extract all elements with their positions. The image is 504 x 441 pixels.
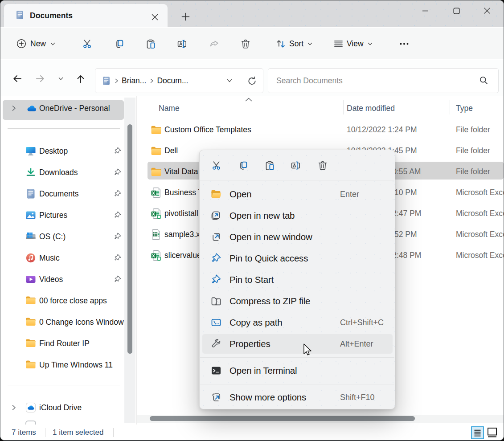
close-tab-button[interactable]	[148, 11, 161, 23]
menu-item-show-more-options[interactable]: Show more options Shift+F10	[200, 387, 395, 408]
breadcrumb-user[interactable]: Brian...	[122, 76, 146, 86]
column-separator[interactable]	[450, 100, 450, 114]
refresh-icon	[247, 76, 256, 86]
file-type: Microsoft Excel Worksheet	[456, 182, 504, 203]
sidebar-item-label: 0 Change Icons Window	[39, 311, 124, 333]
delete-button[interactable]	[235, 34, 255, 53]
mouse-cursor	[303, 343, 314, 358]
new-button[interactable]: New	[12, 34, 60, 53]
sidebar-scrollbar-thumb[interactable]	[127, 124, 132, 354]
sidebar-item-folder-find-router-ip[interactable]: Find Router IP	[0, 333, 124, 354]
menu-item-copy-as-path[interactable]: Copy as path Ctrl+Shift+C	[200, 312, 395, 333]
sidebar-item-videos[interactable]: Videos	[0, 269, 124, 290]
menu-item-label: Open in new window	[229, 226, 312, 248]
cut-button[interactable]	[77, 34, 97, 53]
share-button[interactable]	[204, 34, 224, 53]
sidebar-item-documents[interactable]: Documents	[0, 183, 124, 204]
rename-icon	[177, 39, 187, 49]
close-window-button[interactable]	[473, 0, 501, 21]
sidebar-item-pictures[interactable]: Pictures	[0, 204, 124, 226]
sidebar-item-label: 00 force close apps	[39, 290, 107, 311]
refresh-button[interactable]	[243, 73, 259, 89]
menu-item-label: Open	[229, 184, 251, 205]
menu-item-compress-to-zip[interactable]: Compress to ZIP file	[200, 290, 395, 312]
copy-button[interactable]	[109, 34, 128, 53]
menu-item-open-in-terminal[interactable]: Open in Terminal	[200, 360, 395, 381]
paste-button[interactable]	[140, 34, 160, 53]
delete-button[interactable]	[312, 155, 332, 176]
breadcrumb-chevron-icon	[111, 78, 122, 84]
sidebar-item-desktop[interactable]: Desktop	[0, 140, 124, 162]
sidebar-item-os-c[interactable]: OS (C:)	[0, 226, 124, 247]
thumbnail-view-button[interactable]	[487, 427, 497, 440]
tab-documents[interactable]: Documents	[4, 4, 168, 27]
status-separator	[113, 428, 114, 437]
menu-item-open-in-new-window[interactable]: Open in new window	[200, 226, 395, 248]
sidebar-item-onedrive[interactable]: OneDrive - Personal	[0, 98, 124, 119]
more-options-button[interactable]	[394, 34, 414, 53]
chevron-down-icon	[226, 78, 233, 84]
chevron-down-icon	[367, 41, 373, 47]
cut-button[interactable]	[206, 155, 226, 176]
menu-item-pin-to-start[interactable]: Pin to Start	[200, 269, 395, 290]
forward-button[interactable]	[32, 71, 49, 86]
column-header-type[interactable]: Type	[456, 100, 473, 116]
recent-locations-button[interactable]	[52, 71, 69, 86]
sidebar-item-icloud[interactable]: iCloud Drive	[0, 397, 124, 418]
menu-item-open-in-new-tab[interactable]: Open in new tab	[200, 205, 395, 226]
toolbar-separator	[264, 35, 264, 53]
horizontal-scrollbar-thumb[interactable]	[150, 416, 415, 421]
menu-item-open[interactable]: Open Enter	[200, 184, 395, 205]
sidebar-scrollbar[interactable]	[124, 98, 135, 423]
sidebar-item-folder-force-close-apps[interactable]: 00 force close apps	[0, 290, 124, 311]
navigation-bar: Brian... Docum...	[0, 60, 504, 96]
sort-button[interactable]: Sort	[271, 34, 317, 53]
document-icon	[15, 10, 25, 20]
details-view-button[interactable]	[471, 426, 484, 441]
sidebar-item-folder-change-icons[interactable]: 0 Change Icons Window	[0, 311, 124, 333]
menu-item-label: Pin to Quick access	[229, 248, 308, 269]
search-input[interactable]	[276, 69, 472, 93]
address-dropdown-button[interactable]	[221, 73, 238, 89]
copy-button[interactable]	[232, 155, 253, 176]
sidebar-divider	[8, 128, 120, 129]
view-button[interactable]: View	[329, 34, 377, 53]
rename-button[interactable]	[172, 34, 192, 53]
horizontal-scrollbar[interactable]	[137, 415, 504, 423]
file-row-custom-office-templates[interactable]: Custom Office Templates 10/12/2022 1:24 …	[137, 119, 504, 140]
file-name: Vital Data	[164, 161, 198, 182]
share-icon	[209, 39, 219, 49]
menu-item-properties[interactable]: Properties Alt+Enter	[200, 333, 395, 355]
maximize-button[interactable]	[442, 0, 471, 21]
paste-button[interactable]	[259, 155, 279, 176]
new-tab-button[interactable]	[178, 9, 193, 24]
sidebar-item-downloads[interactable]: Downloads	[0, 162, 124, 183]
sidebar-item-folder-up-time[interactable]: Up Time WIndows 11	[0, 354, 124, 376]
up-button[interactable]	[72, 71, 89, 86]
sidebar-item-label: Up Time WIndows 11	[39, 354, 113, 376]
maximize-icon	[453, 8, 460, 14]
breadcrumb-documents[interactable]: Docum...	[157, 76, 188, 86]
copy-icon	[114, 39, 124, 49]
navigation-pane: OneDrive - Personal Desktop Downloads Do…	[0, 96, 136, 425]
chevron-right-icon[interactable]	[10, 404, 17, 411]
column-separator[interactable]	[343, 100, 344, 114]
menu-item-label: Compress to ZIP file	[229, 290, 310, 312]
address-bar[interactable]: Brian... Docum...	[95, 68, 263, 93]
column-header-date-modified[interactable]: Date modified	[347, 100, 395, 116]
open-new-tab-icon	[211, 210, 221, 221]
ellipsis-icon	[399, 39, 409, 49]
menu-divider	[200, 384, 394, 384]
rename-button[interactable]	[285, 155, 306, 176]
wrench-icon	[211, 339, 221, 349]
chevron-down-icon	[50, 41, 56, 47]
minimize-button[interactable]	[411, 0, 439, 21]
status-bar: 7 items 1 item selected	[0, 425, 504, 441]
menu-item-pin-to-quick-access[interactable]: Pin to Quick access	[200, 248, 395, 269]
sidebar-item-music[interactable]: Music	[0, 247, 124, 269]
chevron-right-icon[interactable]	[10, 105, 17, 112]
column-header-name[interactable]: Name	[159, 100, 180, 116]
plus-circle-icon	[16, 39, 26, 49]
tab-title: Documents	[30, 4, 73, 27]
back-button[interactable]	[8, 71, 25, 86]
